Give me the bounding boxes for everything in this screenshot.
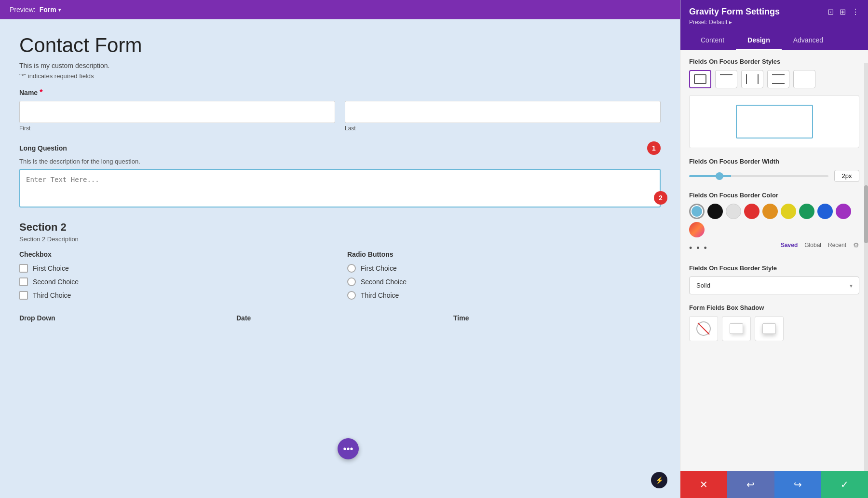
color-swatch-red[interactable] <box>744 204 760 219</box>
panel-title: Gravity Form Settings <box>689 7 780 17</box>
radio-group: Radio Buttons First Choice Second Choice… <box>347 250 661 304</box>
corner-fab[interactable]: ⚡ <box>651 472 667 488</box>
undo-icon: ↩ <box>746 479 755 490</box>
checkbox-box-3[interactable] <box>19 291 28 300</box>
redo-button[interactable]: ↪ <box>774 471 821 498</box>
color-tab-global[interactable]: Global <box>804 242 821 249</box>
long-question-textarea[interactable] <box>19 169 661 208</box>
panel-icon-more[interactable]: ⋮ <box>852 7 859 16</box>
checkbox-group: Checkbox First Choice Second Choice Thir… <box>19 250 333 304</box>
preview-label: Preview: <box>10 6 36 14</box>
svg-line-1 <box>698 323 709 334</box>
undo-button[interactable]: ↩ <box>727 471 774 498</box>
tab-advanced[interactable]: Advanced <box>782 31 835 50</box>
radio-btn-2[interactable] <box>347 277 356 286</box>
required-note: "*" indicates required fields <box>19 72 661 80</box>
panel-header: Gravity Form Settings ⊡ ⊞ ⋮ Preset: Defa… <box>680 0 868 50</box>
panel-icon-fullscreen[interactable]: ⊡ <box>827 7 834 16</box>
border-style-full[interactable] <box>689 70 711 88</box>
border-style-lr[interactable] <box>741 70 763 88</box>
color-swatch-white[interactable] <box>726 204 741 219</box>
checkbox-choice-2[interactable]: Second Choice <box>19 277 333 286</box>
color-tab-saved[interactable]: Saved <box>781 242 798 249</box>
focus-border-style-title: Fields On Focus Border Style <box>689 264 859 272</box>
border-style-select-wrap: Solid Dashed Dotted <box>689 277 859 294</box>
checkbox-choice-1[interactable]: First Choice <box>19 264 333 273</box>
radio-choice-2[interactable]: Second Choice <box>347 277 661 286</box>
border-full-icon <box>694 74 706 84</box>
form-description: This is my custom description. <box>19 62 661 69</box>
color-swatch-blue[interactable] <box>817 204 833 219</box>
last-name-input[interactable] <box>345 101 661 123</box>
section2-title: Section 2 <box>19 221 661 234</box>
border-style-none[interactable] <box>793 70 815 88</box>
shadow-icon-2 <box>762 323 776 334</box>
first-name-label: First <box>19 125 335 132</box>
color-tabs: Saved Global Recent ⚙ <box>781 241 859 249</box>
section2-divider: Section 2 Section 2 Description <box>19 221 661 243</box>
time-label: Time <box>453 314 661 322</box>
shadow-icon-1 <box>730 323 743 334</box>
radio-choice-1[interactable]: First Choice <box>347 264 661 273</box>
last-name-wrap: Last <box>345 101 661 132</box>
color-swatch-green[interactable] <box>799 204 814 219</box>
form-selector[interactable]: Form ▾ <box>40 6 61 14</box>
color-swatch-active[interactable] <box>689 204 705 219</box>
checkbox-radio-row: Checkbox First Choice Second Choice Thir… <box>19 250 661 304</box>
long-question-title-row: Long Question 1 <box>19 141 661 155</box>
border-style-top[interactable] <box>715 70 737 88</box>
border-width-value[interactable]: 2px <box>834 170 859 182</box>
color-more-dots[interactable]: • • • <box>689 243 708 253</box>
radio-btn-1[interactable] <box>347 264 356 273</box>
focus-border-width-section: Fields On Focus Border Width 2px <box>689 158 859 182</box>
box-shadow-title: Form Fields Box Shadow <box>689 304 859 311</box>
border-style-select[interactable]: Solid Dashed Dotted <box>689 277 859 294</box>
panel-icon-layout[interactable]: ⊞ <box>840 7 846 16</box>
panel-header-icons: ⊡ ⊞ ⋮ <box>827 7 859 16</box>
shadow-style-2[interactable] <box>755 316 784 341</box>
shadow-style-1[interactable] <box>722 316 751 341</box>
color-swatch-yellow[interactable] <box>781 204 796 219</box>
focus-border-width-title: Fields On Focus Border Width <box>689 158 859 165</box>
preview-bar: Preview: Form ▾ <box>0 0 680 19</box>
save-icon: ✓ <box>841 479 849 490</box>
bottom-fields-row: Drop Down Date Time <box>19 314 661 322</box>
long-question-field: Long Question 1 This is the description … <box>19 141 661 209</box>
color-swatch-picker[interactable] <box>689 222 705 237</box>
focus-border-color-title: Fields On Focus Border Color <box>689 192 859 199</box>
action-bar: ✕ ↩ ↪ ✓ <box>680 471 868 498</box>
color-tab-recent[interactable]: Recent <box>828 242 846 249</box>
badge-1: 1 <box>647 141 661 155</box>
border-width-slider[interactable] <box>689 175 828 177</box>
border-style-tb[interactable] <box>767 70 789 88</box>
checkbox-box-2[interactable] <box>19 277 28 286</box>
panel-preset[interactable]: Preset: Default ▸ <box>689 19 859 26</box>
save-button[interactable]: ✓ <box>821 471 868 498</box>
color-settings-gear[interactable]: ⚙ <box>853 241 859 249</box>
shadow-none-btn[interactable] <box>689 316 718 341</box>
required-asterisk: * <box>40 88 42 97</box>
dropdown-label: Drop Down <box>19 314 227 322</box>
radio-btn-3[interactable] <box>347 291 356 300</box>
color-swatch-black[interactable] <box>707 204 723 219</box>
checkbox-choice-2-text: Second Choice <box>33 278 79 286</box>
checkbox-box-1[interactable] <box>19 264 28 273</box>
cancel-button[interactable]: ✕ <box>680 471 727 498</box>
box-shadow-section: Form Fields Box Shadow <box>689 304 859 341</box>
radio-choice-3[interactable]: Third Choice <box>347 291 661 300</box>
panel-body: Fields On Focus Border Styles <box>680 50 868 471</box>
color-swatch-purple[interactable] <box>836 204 851 219</box>
first-name-wrap: First <box>19 101 335 132</box>
badge-2: 2 <box>654 191 667 205</box>
tab-content[interactable]: Content <box>689 31 736 50</box>
border-lr-icon <box>746 74 759 84</box>
name-inputs-row: First Last <box>19 101 661 132</box>
fab-menu-button[interactable]: ••• <box>338 438 359 459</box>
color-swatch-orange[interactable] <box>762 204 778 219</box>
checkbox-choice-3[interactable]: Third Choice <box>19 291 333 300</box>
radio-choice-3-text: Third Choice <box>361 291 399 299</box>
long-question-desc: This is the description for the long que… <box>19 158 661 165</box>
first-name-input[interactable] <box>19 101 335 123</box>
scrollbar-thumb[interactable] <box>864 185 868 243</box>
tab-design[interactable]: Design <box>736 31 782 50</box>
